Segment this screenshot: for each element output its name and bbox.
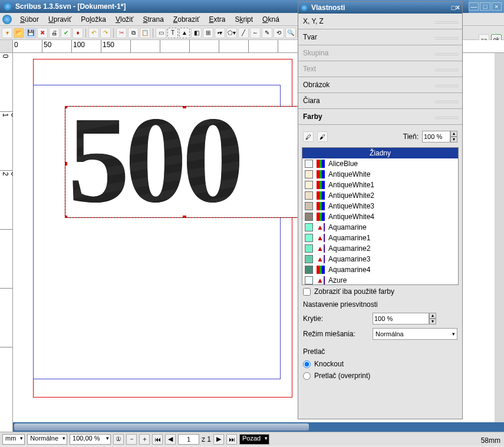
first-page-button[interactable]: ⏮	[152, 434, 163, 445]
shade-label: Tieň:	[331, 133, 419, 141]
show-used-only-label: Zobraziť iba použité farby	[314, 287, 394, 296]
vertical-ruler[interactable]: 0 100 200	[0, 53, 13, 432]
zoom-100-button[interactable]: ①	[113, 434, 124, 445]
rgb-icon	[317, 202, 325, 210]
unit-combo[interactable]: mm	[2, 434, 25, 445]
menu-insert[interactable]: Vložiť	[111, 14, 139, 25]
prev-page-button[interactable]: ◀	[165, 434, 176, 445]
rotate-tool[interactable]: ⟲	[274, 28, 284, 38]
next-page-button[interactable]: ▶	[213, 434, 224, 445]
tab-colors[interactable]: Farby	[298, 109, 462, 125]
shade-spinner[interactable]: ▲▼	[422, 131, 457, 143]
menu-windows[interactable]: Okná	[258, 14, 284, 25]
paste-button[interactable]: 📋	[140, 28, 150, 38]
panel-close-button[interactable]: ×	[456, 4, 460, 12]
layer-combo[interactable]: Pozad	[239, 434, 269, 445]
color-row[interactable]: ▲Aquamarine1	[302, 233, 458, 243]
color-row[interactable]: ▲Aquamarine	[302, 222, 458, 233]
zoom-tool[interactable]: 🔍	[285, 28, 296, 38]
copy-button[interactable]: ⧉	[128, 28, 139, 38]
bg-close-button[interactable]: ×	[492, 2, 502, 11]
tab-xyz[interactable]: X, Y, Z	[298, 14, 462, 29]
color-row[interactable]: AntiqueWhite	[302, 169, 458, 180]
color-row[interactable]: Žiadny	[302, 148, 458, 158]
bg-minimize-button[interactable]: —	[469, 2, 479, 11]
pdf-button[interactable]: ♦	[73, 28, 83, 38]
freehand-tool[interactable]: ✎	[262, 28, 272, 38]
undo-button[interactable]: ↶	[88, 28, 99, 38]
color-name: AntiqueWhite3	[328, 202, 374, 210]
color-row[interactable]: ▲Aquamarine3	[302, 254, 458, 264]
horizontal-scrollbar[interactable]	[13, 422, 504, 432]
shape-tool[interactable]: ▪▾	[215, 28, 225, 38]
panel-shade-button[interactable]: □	[452, 4, 456, 12]
rgb-icon	[317, 181, 325, 189]
status-coords: 58mm	[481, 436, 500, 445]
image-frame-tool[interactable]: ▲	[179, 28, 190, 38]
knockout-radio[interactable]	[303, 360, 311, 368]
show-used-only-checkbox[interactable]	[303, 288, 311, 296]
opacity-spinner[interactable]: ▲▼	[373, 313, 436, 325]
vertical-scrollbar[interactable]	[495, 53, 504, 422]
ruler-origin[interactable]	[0, 40, 13, 53]
cut-button[interactable]: ✂	[116, 28, 127, 38]
bezier-tool[interactable]: ～	[250, 28, 261, 38]
color-row[interactable]: AntiqueWhite3	[302, 201, 458, 211]
color-list[interactable]: ŽiadnyAliceBlueAntiqueWhiteAntiqueWhite1…	[302, 147, 459, 285]
fill-mode-button[interactable]: 🖊	[303, 131, 314, 142]
color-row[interactable]: AntiqueWhite4	[302, 211, 458, 222]
new-doc-button[interactable]: ▾	[2, 28, 12, 38]
transparency-group-label: Nastavenie priesvitnosti	[302, 298, 459, 311]
tab-image[interactable]: Obrázok	[298, 77, 462, 93]
tab-group: Skupina	[298, 45, 462, 61]
page-count-label: z 1	[202, 435, 211, 443]
preflight-button[interactable]: ✔	[61, 28, 71, 38]
menu-file[interactable]: Súbor	[15, 14, 44, 25]
menu-page[interactable]: Strana	[138, 14, 168, 25]
render-frame-tool[interactable]: ◧	[191, 28, 202, 38]
rgb-icon	[317, 213, 325, 221]
save-button[interactable]: 💾	[25, 28, 36, 38]
zoom-input[interactable]: 100,00 %	[70, 434, 111, 445]
line-tool[interactable]: ╱	[238, 28, 249, 38]
color-swatch	[305, 160, 313, 168]
warning-icon: ▲	[317, 276, 325, 284]
color-row[interactable]: AliceBlue	[302, 158, 458, 169]
tab-line[interactable]: Čiara	[298, 93, 462, 109]
redo-button[interactable]: ↷	[100, 28, 111, 38]
print-button[interactable]: 🖨	[49, 28, 60, 38]
overprint-group-label: Pretlač	[302, 345, 459, 358]
bg-maximize-button[interactable]: □	[480, 2, 490, 11]
page-number-input[interactable]	[178, 434, 199, 445]
zoom-out-button[interactable]: －	[126, 434, 137, 445]
color-name: Aquamarine1	[328, 234, 370, 242]
tab-shape[interactable]: Tvar	[298, 29, 462, 45]
color-row[interactable]: AntiqueWhite2	[302, 190, 458, 201]
color-row[interactable]: Aquamarine4	[302, 264, 458, 275]
text-frame-tool[interactable]: T	[167, 28, 178, 38]
color-row[interactable]: ▲Aquamarine2	[302, 243, 458, 254]
overprint-label: Pretlač (overprint)	[314, 372, 370, 380]
menu-script[interactable]: Skript	[230, 14, 258, 25]
menu-extras[interactable]: Extra	[204, 14, 230, 25]
color-row[interactable]: ▲Azure	[302, 275, 458, 285]
overprint-radio[interactable]	[303, 372, 311, 380]
menu-edit[interactable]: Upraviť	[44, 14, 76, 25]
stroke-mode-button[interactable]: 🖌	[317, 131, 328, 142]
color-name: AliceBlue	[328, 160, 358, 168]
blend-mode-combo[interactable]: Normálna	[373, 328, 457, 340]
close-button[interactable]: ✖	[37, 28, 48, 38]
menu-item[interactable]: Položka	[76, 14, 111, 25]
polygon-tool[interactable]: ⬠▾	[226, 28, 237, 38]
table-tool[interactable]: ⊞	[203, 28, 213, 38]
menu-view[interactable]: Zobraziť	[169, 14, 205, 25]
color-swatch	[305, 244, 313, 253]
open-button[interactable]: 📂	[14, 28, 24, 38]
last-page-button[interactable]: ⏭	[226, 434, 237, 445]
select-tool[interactable]: ▭	[156, 28, 166, 38]
preview-mode-combo[interactable]: Normálne	[27, 434, 67, 445]
color-row[interactable]: AntiqueWhite1	[302, 180, 458, 190]
zoom-in-button[interactable]: ＋	[139, 434, 150, 445]
color-swatch	[305, 266, 313, 274]
image-frame[interactable]: 500	[65, 106, 301, 218]
